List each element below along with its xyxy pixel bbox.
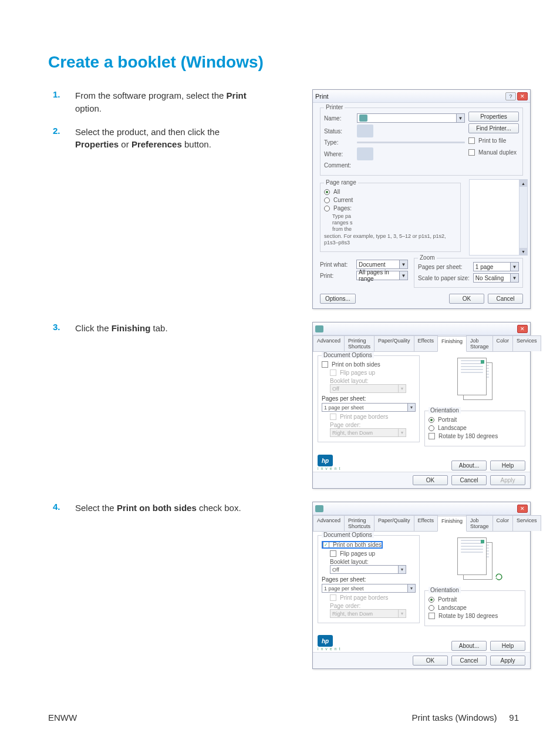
tab-effects[interactable]: Effects: [414, 335, 438, 351]
current-radio[interactable]: [324, 197, 330, 203]
pps-value: 1 page: [475, 264, 494, 270]
about-button[interactable]: About...: [451, 641, 487, 651]
pages-radio[interactable]: [324, 206, 330, 211]
cancel-button[interactable]: Cancel: [451, 475, 487, 485]
ok-button[interactable]: OK: [413, 656, 448, 666]
tab-finishing[interactable]: Finishing: [437, 336, 467, 352]
close-icon[interactable]: ✕: [517, 325, 528, 333]
ok-button[interactable]: OK: [413, 475, 448, 485]
step-3-bold: Finishing: [112, 323, 151, 333]
props1-titlebar: ✕: [313, 322, 530, 335]
chevron-down-icon: ▼: [399, 260, 407, 268]
booklet-layout-label: Booklet layout:: [330, 378, 416, 384]
ok-button[interactable]: OK: [449, 294, 484, 304]
rotate-checkbox[interactable]: [429, 433, 435, 439]
printer-group: Printer Name: ▼ Status:: [320, 107, 523, 176]
preview-mark-icon: [481, 360, 484, 364]
scroll-up-icon[interactable]: ▲: [519, 180, 527, 187]
manual-duplex-checkbox[interactable]: [468, 149, 475, 156]
print-both-sides-checkbox-checked[interactable]: ✓: [323, 542, 329, 548]
printer-legend: Printer: [324, 104, 345, 110]
close-icon[interactable]: ✕: [517, 92, 528, 100]
print-both-sides-label: Print on both sides: [332, 361, 380, 368]
properties-button[interactable]: Properties: [468, 112, 519, 122]
all-radio[interactable]: [324, 189, 330, 195]
print-range-value: All pages in range: [359, 269, 406, 282]
print-borders-checkbox: [330, 414, 336, 420]
landscape-radio[interactable]: [429, 425, 434, 431]
tab-printing-shortcuts[interactable]: Printing Shortcuts: [344, 515, 375, 531]
doc-options-legend: Document Options: [322, 532, 374, 538]
hp-logo-icon: hp: [318, 635, 333, 647]
cancel-button[interactable]: Cancel: [451, 656, 487, 666]
portrait-radio[interactable]: [429, 417, 434, 423]
pps-value: 1 page per sheet: [324, 586, 364, 592]
tab-job-storage[interactable]: Job Storage: [466, 335, 493, 351]
tab-printing-shortcuts[interactable]: Printing Shortcuts: [344, 335, 375, 351]
chevron-down-icon: ▼: [398, 429, 406, 436]
apply-button[interactable]: Apply: [490, 656, 525, 666]
landscape-label: Landscape: [438, 425, 467, 431]
chevron-down-icon: ▼: [398, 566, 406, 573]
range-hint-2: ranges s: [332, 220, 457, 226]
cancel-button[interactable]: Cancel: [488, 294, 523, 304]
step-4-num: 4.: [53, 502, 75, 512]
tab-effects[interactable]: Effects: [414, 515, 438, 531]
pps-select[interactable]: 1 page▼: [473, 262, 519, 271]
tab-color[interactable]: Color: [492, 335, 514, 351]
step-2-bold1: Properties: [75, 139, 119, 149]
print-both-sides-checkbox[interactable]: [322, 361, 328, 368]
chevron-down-icon: ▼: [398, 610, 406, 617]
portrait-radio[interactable]: [429, 597, 434, 603]
tab-services[interactable]: Services: [512, 515, 541, 531]
step-2-text: Select the product, and then click the P…: [75, 126, 263, 152]
rotate-checkbox[interactable]: [429, 613, 435, 619]
tab-paper-quality[interactable]: Paper/Quality: [374, 515, 414, 531]
step-2-post: button.: [182, 139, 211, 149]
tab-finishing[interactable]: Finishing: [437, 516, 467, 532]
tab-job-storage[interactable]: Job Storage: [466, 515, 493, 531]
step-1-post: option.: [75, 103, 102, 113]
scrollbar[interactable]: ▲ ▼: [519, 180, 527, 255]
tab-paper-quality[interactable]: Paper/Quality: [374, 335, 414, 351]
status-graphic: [357, 125, 373, 137]
page-order-value: Right, then Down: [332, 611, 373, 617]
tab-advanced[interactable]: Advanced: [313, 515, 345, 531]
step-4-text: Select the Print on both sides check box…: [75, 502, 241, 515]
tab-color[interactable]: Color: [492, 515, 514, 531]
scale-select[interactable]: No Scaling▼: [473, 273, 519, 283]
zoom-legend: Zoom: [418, 254, 437, 261]
help-button[interactable]: Help: [490, 641, 525, 651]
tab-services[interactable]: Services: [512, 335, 541, 351]
printer-name-select[interactable]: ▼: [357, 113, 465, 123]
print-both-sides-row-highlight: ✓ Print on both sides: [322, 541, 383, 549]
pages-label: Pages:: [333, 205, 352, 211]
portrait-label: Portrait: [438, 416, 457, 423]
name-label: Name:: [324, 115, 353, 122]
help-button[interactable]: Help: [490, 461, 525, 471]
help-icon[interactable]: ?: [505, 92, 516, 100]
options-button[interactable]: Options...: [320, 294, 356, 304]
status-label: Status:: [324, 128, 353, 135]
print-range-select[interactable]: All pages in range▼: [356, 271, 408, 280]
booklet-layout-select[interactable]: Off▼: [330, 565, 406, 574]
page-heading: Create a booklet (Windows): [48, 53, 519, 72]
tab-advanced[interactable]: Advanced: [313, 335, 345, 351]
printer-icon: [315, 505, 323, 512]
page-order-value: Right, then Down: [332, 430, 373, 436]
scroll-down-icon[interactable]: ▼: [519, 248, 527, 255]
find-printer-button[interactable]: Find Printer...: [468, 123, 519, 133]
close-icon[interactable]: ✕: [517, 505, 528, 513]
about-button[interactable]: About...: [451, 461, 487, 471]
pps-select[interactable]: 1 page per sheet▼: [322, 403, 416, 412]
footer-right-label: Print tasks (Windows): [411, 713, 497, 723]
properties-dialog-1: ✕ Advanced Printing Shortcuts Paper/Qual…: [312, 322, 531, 489]
print-what-select[interactable]: Document▼: [356, 260, 408, 269]
manual-duplex-label: Manual duplex: [478, 149, 517, 156]
landscape-radio[interactable]: [429, 605, 434, 611]
print-to-file-checkbox[interactable]: [468, 137, 475, 144]
pps-select[interactable]: 1 page per sheet▼: [322, 584, 416, 593]
flip-pages-checkbox[interactable]: [330, 550, 336, 557]
printer-icon: [359, 115, 367, 122]
booklet-layout-label: Booklet layout:: [330, 559, 416, 565]
